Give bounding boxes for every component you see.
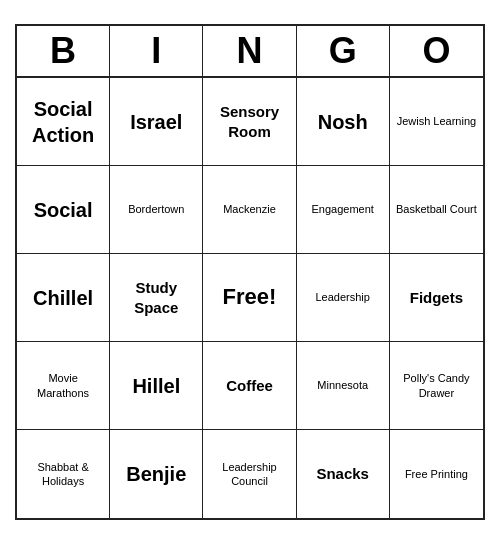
bingo-cell-4: Jewish Learning <box>390 78 483 166</box>
bingo-cell-8: Engagement <box>297 166 390 254</box>
bingo-cell-21: Benjie <box>110 430 203 518</box>
bingo-cell-24: Free Printing <box>390 430 483 518</box>
bingo-cell-15: Movie Marathons <box>17 342 110 430</box>
bingo-cell-6: Bordertown <box>110 166 203 254</box>
bingo-cell-2: Sensory Room <box>203 78 296 166</box>
header-letter: I <box>110 26 203 76</box>
bingo-cell-1: Israel <box>110 78 203 166</box>
bingo-cell-12: Free! <box>203 254 296 342</box>
bingo-cell-7: Mackenzie <box>203 166 296 254</box>
bingo-cell-16: Hillel <box>110 342 203 430</box>
bingo-cell-9: Basketball Court <box>390 166 483 254</box>
header-letter: N <box>203 26 296 76</box>
bingo-header: BINGO <box>17 26 483 78</box>
bingo-cell-3: Nosh <box>297 78 390 166</box>
bingo-card: BINGO Social ActionIsraelSensory RoomNos… <box>15 24 485 520</box>
bingo-cell-13: Leadership <box>297 254 390 342</box>
bingo-grid: Social ActionIsraelSensory RoomNoshJewis… <box>17 78 483 518</box>
bingo-cell-18: Minnesota <box>297 342 390 430</box>
bingo-cell-22: Leadership Council <box>203 430 296 518</box>
bingo-cell-14: Fidgets <box>390 254 483 342</box>
bingo-cell-19: Polly's Candy Drawer <box>390 342 483 430</box>
bingo-cell-23: Snacks <box>297 430 390 518</box>
bingo-cell-10: Chillel <box>17 254 110 342</box>
bingo-cell-17: Coffee <box>203 342 296 430</box>
bingo-cell-5: Social <box>17 166 110 254</box>
bingo-cell-0: Social Action <box>17 78 110 166</box>
header-letter: B <box>17 26 110 76</box>
bingo-cell-11: Study Space <box>110 254 203 342</box>
header-letter: O <box>390 26 483 76</box>
bingo-cell-20: Shabbat & Holidays <box>17 430 110 518</box>
header-letter: G <box>297 26 390 76</box>
